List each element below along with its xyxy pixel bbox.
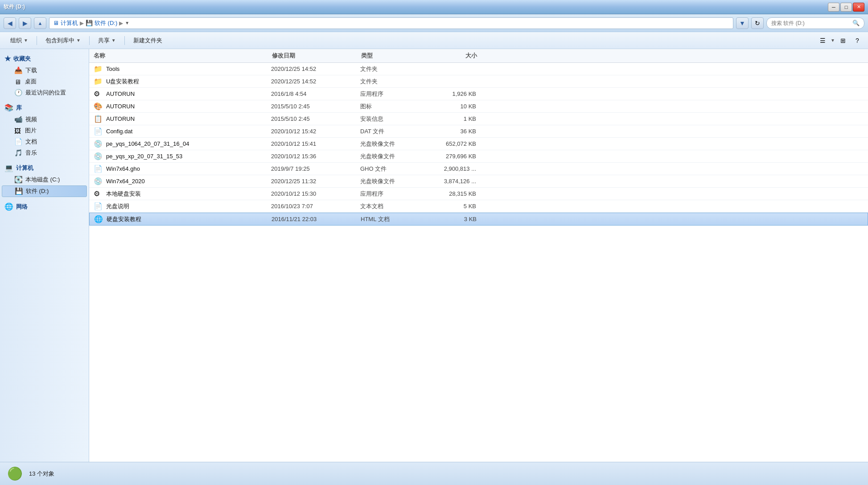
drive-c-icon: 💽: [14, 176, 23, 184]
table-row[interactable]: 💿 Win7x64_2020 2020/12/25 11:32 光盘映像文件 3…: [89, 175, 868, 188]
file-icon: 🌐: [94, 215, 103, 223]
sidebar-item-music[interactable]: 🎵 音乐: [2, 148, 87, 158]
file-icon: 💿: [94, 140, 103, 148]
forward-button[interactable]: ▶: [19, 17, 31, 29]
sidebar-network-section: 🌐 网络: [0, 201, 89, 213]
sidebar-computer-label: 计算机: [16, 164, 33, 172]
table-row[interactable]: 📄 Win7x64.gho 2019/9/7 19:25 GHO 文件 2,90…: [89, 163, 868, 175]
dropdown-button[interactable]: ▼: [736, 17, 749, 29]
col-header-type[interactable]: 类型: [361, 52, 432, 60]
recent-icon: 🕐: [14, 89, 23, 97]
sidebar-item-documents[interactable]: 📄 文档: [2, 136, 87, 147]
sidebar-drive-d-label: 软件 (D:): [26, 187, 49, 195]
search-input[interactable]: [771, 20, 851, 26]
videos-icon: 📹: [14, 115, 23, 123]
file-size: 3,874,126 ...: [432, 178, 485, 185]
close-button[interactable]: ✕: [853, 3, 864, 12]
table-row[interactable]: 🌐 硬盘安装教程 2016/11/21 22:03 HTML 文档 3 KB: [89, 213, 868, 226]
breadcrumb-drive[interactable]: 💾 软件 (D:): [86, 19, 117, 27]
file-date: 2019/9/7 19:25: [271, 165, 360, 172]
library-icon: 📚: [4, 103, 13, 112]
file-name: 光盘说明: [106, 202, 271, 210]
col-header-size[interactable]: 大小: [432, 52, 486, 60]
table-row[interactable]: 💿 pe_yqs_xp_20_07_31_15_53 2020/10/12 15…: [89, 150, 868, 163]
col-header-date[interactable]: 修改日期: [272, 52, 361, 60]
table-row[interactable]: 📁 U盘安装教程 2020/12/25 14:52 文件夹: [89, 75, 868, 88]
new-folder-button[interactable]: 新建文件夹: [128, 34, 168, 47]
sidebar-item-drive-d[interactable]: 💾 软件 (D:): [2, 185, 87, 197]
table-row[interactable]: 📁 Tools 2020/12/25 14:52 文件夹: [89, 63, 868, 75]
table-row[interactable]: ⚙ 本地硬盘安装 2020/10/12 15:30 应用程序 28,315 KB: [89, 188, 868, 200]
file-name: 本地硬盘安装: [106, 190, 271, 198]
sidebar-favorites-section: ★ 收藏夹 📥 下载 🖥 桌面 🕐 最近访问的位置: [0, 53, 89, 98]
sidebar-item-videos[interactable]: 📹 视频: [2, 114, 87, 125]
col-header-name[interactable]: 名称: [94, 52, 272, 60]
table-row[interactable]: 🎨 AUTORUN 2015/5/10 2:45 图标 10 KB: [89, 100, 868, 113]
table-row[interactable]: 📄 Config.dat 2020/10/12 15:42 DAT 文件 36 …: [89, 125, 868, 138]
file-area: 名称 修改日期 类型 大小 📁 Tools 2020/12/25 14:52 文…: [89, 49, 868, 462]
archive-label: 包含到库中: [45, 37, 74, 45]
table-row[interactable]: 📄 光盘说明 2016/10/23 7:07 文本文档 5 KB: [89, 200, 868, 213]
back-button[interactable]: ◀: [4, 17, 16, 29]
breadcrumb-sep-1: ▶: [80, 20, 84, 26]
toolbar-right: ☰ ▼ ⊞ ?: [816, 35, 864, 46]
file-icon: 📋: [94, 115, 103, 123]
file-type: DAT 文件: [360, 127, 432, 136]
file-date: 2020/12/25 11:32: [271, 178, 360, 185]
maximize-button[interactable]: □: [840, 3, 852, 12]
sidebar-item-recent[interactable]: 🕐 最近访问的位置: [2, 87, 87, 98]
file-name: AUTORUN: [106, 90, 271, 97]
breadcrumb-computer-label: 计算机: [61, 19, 78, 27]
breadcrumb-dropdown[interactable]: ▼: [125, 21, 129, 25]
file-size: 652,072 KB: [432, 140, 485, 147]
sidebar-network-header[interactable]: 🌐 网络: [0, 201, 89, 213]
toolbar: 组织 ▼ 包含到库中 ▼ 共享 ▼ 新建文件夹 ☰ ▼ ⊞ ?: [0, 32, 868, 49]
sidebar-computer-header[interactable]: 💻 计算机: [0, 162, 89, 174]
share-label: 共享: [98, 37, 110, 45]
file-date: 2020/12/25 14:52: [271, 78, 360, 85]
help-button[interactable]: ?: [851, 35, 864, 46]
file-type: 光盘映像文件: [360, 140, 432, 148]
sidebar-item-drive-c[interactable]: 💽 本地磁盘 (C:): [2, 174, 87, 185]
sidebar-item-desktop[interactable]: 🖥 桌面: [2, 76, 87, 87]
share-button[interactable]: 共享 ▼: [92, 34, 122, 47]
file-icon: 💿: [94, 152, 103, 160]
drive-d-icon: 💾: [15, 187, 23, 195]
file-name: 硬盘安装教程: [107, 215, 272, 223]
table-row[interactable]: 💿 pe_yqs_1064_20_07_31_16_04 2020/10/12 …: [89, 138, 868, 150]
sidebar-item-pictures[interactable]: 🖼 图片: [2, 125, 87, 136]
statusbar-text: 13 个对象: [29, 470, 54, 478]
table-row[interactable]: ⚙ AUTORUN 2016/1/8 4:54 应用程序 1,926 KB: [89, 88, 868, 100]
organize-button[interactable]: 组织 ▼: [4, 34, 34, 47]
layout-button[interactable]: ⊞: [837, 35, 849, 46]
file-icon: ⚙: [94, 90, 103, 98]
sidebar-library-header[interactable]: 📚 库: [0, 102, 89, 114]
file-icon: 📄: [94, 202, 103, 210]
file-type: HTML 文档: [361, 215, 432, 223]
breadcrumb-computer[interactable]: 🖥 计算机: [53, 19, 78, 27]
minimize-button[interactable]: ─: [828, 3, 839, 12]
view-toggle-button[interactable]: ☰: [816, 35, 829, 46]
search-icon: 🔍: [852, 20, 860, 26]
refresh-button[interactable]: ↻: [751, 17, 764, 29]
sidebar-documents-label: 文档: [25, 138, 37, 146]
file-list: 📁 Tools 2020/12/25 14:52 文件夹 📁 U盘安装教程 20…: [89, 63, 868, 462]
up-button[interactable]: ▲: [34, 17, 46, 29]
sidebar-library-label: 库: [16, 104, 22, 112]
toolbar-sep-1: [37, 36, 37, 45]
sidebar-computer-section: 💻 计算机 💽 本地磁盘 (C:) 💾 软件 (D:): [0, 162, 89, 197]
file-type: 光盘映像文件: [360, 177, 432, 185]
table-row[interactable]: 📋 AUTORUN 2015/5/10 2:45 安装信息 1 KB: [89, 113, 868, 125]
sidebar-network-label: 网络: [16, 203, 28, 211]
file-icon: 📁: [94, 77, 103, 86]
search-bar[interactable]: 🔍: [766, 17, 864, 29]
sidebar-item-downloads[interactable]: 📥 下载: [2, 65, 87, 76]
sidebar-desktop-label: 桌面: [25, 78, 37, 86]
share-dropdown-icon: ▼: [111, 38, 116, 43]
sidebar-library-section: 📚 库 📹 视频 🖼 图片 📄 文档 🎵 音乐: [0, 102, 89, 158]
sidebar-favorites-header[interactable]: ★ 收藏夹: [0, 53, 89, 65]
archive-button[interactable]: 包含到库中 ▼: [40, 34, 86, 47]
breadcrumb-sep-2: ▶: [119, 20, 123, 26]
file-type: 应用程序: [360, 190, 432, 198]
file-name: AUTORUN: [106, 115, 271, 122]
